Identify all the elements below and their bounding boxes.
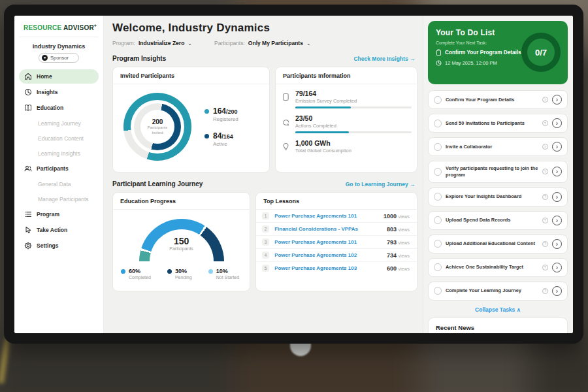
help-icon: ? — [542, 218, 548, 223]
sidebar-item-learning-journey[interactable]: Learning Journey — [19, 116, 99, 130]
lesson-link[interactable]: Financial Considerations - VPPAs — [274, 226, 387, 232]
chevron-right-icon[interactable]: › — [552, 95, 562, 105]
org-name: Industry Dynamics — [19, 43, 99, 50]
donut-legend: 164/200 Registered 84/164 Active — [204, 106, 238, 147]
book-icon — [24, 104, 32, 112]
legend-pending: 30%Pending — [167, 268, 192, 280]
sponsor-icon: ● — [42, 55, 48, 61]
donut-center-label: Participants Invited — [144, 125, 171, 135]
actions-icon — [282, 114, 291, 133]
lesson-row: 1 Power Purchase Agreements 101 1000 vie… — [256, 210, 417, 223]
sidebar-item-education[interactable]: Education — [19, 101, 99, 115]
legend-completed: 60%Completed — [121, 268, 151, 280]
task-row[interactable]: Upload Additional Educational Content ? … — [428, 235, 568, 253]
rank-badge: 3 — [262, 238, 269, 246]
help-icon: ? — [542, 144, 548, 150]
chevron-right-icon[interactable]: › — [552, 192, 562, 202]
section-program-insights: Program Insights — [112, 55, 166, 62]
sidebar-item-insights[interactable]: Insights — [19, 85, 99, 99]
todo-progress-value: 0/7 — [535, 48, 547, 57]
lesson-link[interactable]: Power Purchase Agreements 101 — [274, 239, 387, 245]
help-icon: ? — [542, 241, 548, 247]
task-row[interactable]: Explore Your Insights Dashboard ? › — [428, 188, 568, 206]
task-row[interactable]: Upload Spend Data Records ? › — [428, 211, 568, 230]
task-checkbox[interactable] — [434, 263, 442, 271]
sidebar-item-general-data[interactable]: General Data — [19, 177, 99, 191]
check-more-insights-link[interactable]: Check More Insights → — [353, 56, 416, 62]
task-row[interactable]: Verify participants requesting to join t… — [428, 161, 568, 183]
chevron-down-icon: ⌄ — [306, 41, 311, 46]
card-title: Participants Information — [276, 67, 417, 84]
sidebar-item-manage-participants[interactable]: Manage Participants — [19, 192, 99, 206]
go-to-learning-journey-link[interactable]: Go to Learning Journey → — [346, 181, 416, 188]
sidebar-item-participants[interactable]: Participants — [19, 161, 99, 176]
legend-dot — [167, 269, 172, 274]
progress-bar — [295, 131, 412, 133]
todo-panel: Your To Do List Complete Your Next Task:… — [423, 16, 573, 333]
lesson-link[interactable]: Power Purchase Agreements 101 — [274, 213, 384, 219]
chevron-down-icon: ⌄ — [188, 41, 192, 46]
clipboard-icon — [436, 49, 442, 56]
collapse-tasks-link[interactable]: Collapse Tasks ∧ — [428, 301, 568, 318]
task-checkbox[interactable] — [434, 120, 442, 127]
recent-news-card: Recent News — [428, 318, 568, 333]
gauge-legend: 60%Completed 30%Pending 10%Not Started — [120, 261, 243, 280]
bulb-icon — [282, 139, 291, 156]
help-icon: ? — [542, 169, 548, 174]
rank-badge: 1 — [262, 212, 269, 220]
chevron-right-icon[interactable]: › — [552, 216, 562, 225]
sidebar-item-education-content[interactable]: Education Content — [19, 131, 99, 145]
task-row[interactable]: Send 50 Invitations to Participants ? › — [428, 114, 568, 133]
lesson-link[interactable]: Power Purchase Agreements 103 — [274, 265, 387, 271]
sidebar-item-program[interactable]: Program — [19, 207, 99, 221]
task-checkbox[interactable] — [434, 240, 442, 248]
task-checkbox[interactable] — [434, 216, 442, 224]
card-title: Invited Participants — [113, 67, 269, 84]
home-icon — [24, 73, 32, 80]
legend-dot — [121, 269, 125, 274]
task-row[interactable]: Complete Your Learning Journey ? › — [428, 282, 568, 301]
recent-news-title: Recent News — [429, 318, 567, 333]
action-icon — [24, 226, 32, 234]
task-checkbox[interactable] — [434, 143, 442, 151]
lesson-link[interactable]: Power Purchase Agreements 102 — [274, 252, 387, 258]
task-checkbox[interactable] — [434, 96, 442, 104]
program-filter[interactable]: Program: Industrialize Zero ⌄ — [112, 40, 192, 46]
legend-dot — [204, 134, 209, 139]
task-row[interactable]: Invite a Collaborator ? › — [428, 137, 568, 156]
task-row[interactable]: Achieve One Sustainability Target ? › — [428, 258, 568, 277]
legend-dot — [208, 269, 213, 274]
arrow-right-icon: → — [410, 181, 416, 188]
invited-participants-card: Invited Participants 200 Participants In… — [112, 67, 270, 172]
sidebar-item-settings[interactable]: Settings — [19, 238, 99, 253]
sidebar-item-home[interactable]: Home — [19, 69, 99, 84]
chevron-right-icon[interactable]: › — [552, 286, 562, 296]
task-checkbox[interactable] — [434, 168, 442, 176]
monitor-bezel: RESOURCE ADVISOR+ Industry Dynamics ● Sp… — [4, 5, 583, 344]
task-checkbox[interactable] — [434, 287, 442, 295]
chevron-right-icon[interactable]: › — [552, 118, 562, 128]
chevron-right-icon[interactable]: › — [552, 142, 562, 152]
progress-bar — [295, 106, 412, 108]
insights-icon — [24, 88, 32, 96]
legend-dot — [204, 109, 209, 114]
sponsor-badge[interactable]: ● Sponsor — [39, 53, 79, 63]
chevron-right-icon[interactable]: › — [552, 263, 562, 272]
main-content: Welcome, Industry Dynamics Program: Indu… — [104, 16, 423, 333]
sidebar-item-learning-insights[interactable]: Learning Insights — [19, 146, 99, 160]
participants-filter[interactable]: Participants: Only My Participants ⌄ — [214, 40, 311, 46]
logo-advisor: ADVISOR — [63, 24, 94, 31]
sidebar-item-take-action[interactable]: Take Action — [19, 223, 99, 237]
stat-actions-completed: 23/50 Actions Completed — [282, 114, 409, 133]
chevron-right-icon[interactable]: › — [552, 239, 562, 249]
stat-global-consumption: 1,000 GWh Total Global Consumption — [282, 139, 409, 156]
task-checkbox[interactable] — [434, 193, 442, 201]
task-list: Confirm Your Program Details ? › Send 50… — [428, 90, 568, 301]
gear-icon — [24, 242, 32, 250]
stat-emission-survey: 79/164 Emission Survey Completed — [282, 90, 409, 108]
legend-not-started: 10%Not Started — [208, 268, 239, 280]
education-gauge-chart: 150 Participants — [139, 219, 224, 261]
task-row[interactable]: Confirm Your Program Details ? › — [428, 90, 568, 109]
education-progress-card: Education Progress 150 Participants — [112, 192, 250, 291]
chevron-right-icon[interactable]: › — [552, 167, 562, 176]
